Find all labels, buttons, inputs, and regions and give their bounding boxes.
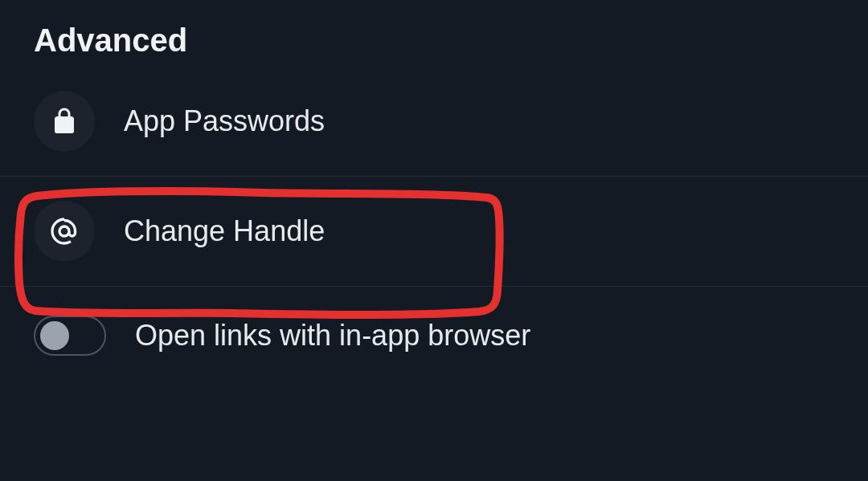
at-icon [50,217,79,246]
settings-item-open-links[interactable]: Open links with in-app browser [0,287,868,385]
toggle-in-app-browser[interactable] [34,316,106,356]
section-header-advanced: Advanced [0,0,868,78]
settings-list: App Passwords Change Handle Open links w… [0,78,868,385]
icon-circle [34,91,95,152]
svg-rect-0 [55,119,74,133]
lock-icon [50,107,79,136]
item-label-app-passwords: App Passwords [124,104,325,138]
item-label-open-links: Open links with in-app browser [135,319,530,353]
settings-item-app-passwords[interactable]: App Passwords [0,78,868,177]
item-label-change-handle: Change Handle [124,214,325,248]
icon-circle [34,201,95,262]
settings-item-change-handle[interactable]: Change Handle [0,177,868,287]
toggle-knob [40,321,69,350]
